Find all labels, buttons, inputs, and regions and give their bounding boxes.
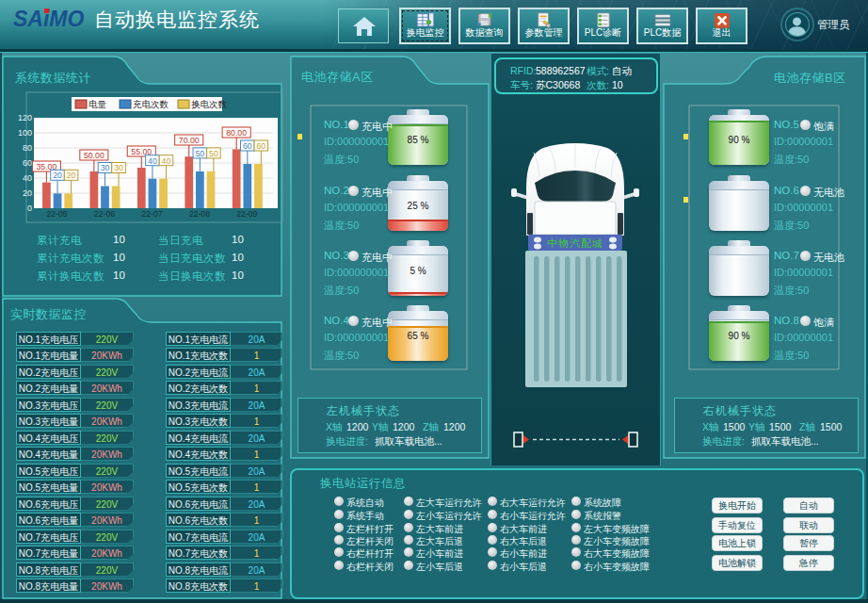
svg-text:22-09: 22-09 [236, 209, 257, 219]
svg-text:50: 50 [196, 149, 205, 158]
svg-text:80.00: 80.00 [226, 128, 247, 138]
svg-text:30: 30 [101, 163, 110, 172]
svg-text:80: 80 [23, 143, 32, 153]
svg-text:22-06: 22-06 [94, 209, 115, 219]
svg-text:22-07: 22-07 [141, 209, 162, 219]
svg-text:换电次数: 换电次数 [191, 99, 228, 109]
svg-text:电量: 电量 [88, 99, 107, 109]
svg-text:中物汽配城: 中物汽配城 [547, 237, 603, 249]
svg-text:20: 20 [53, 171, 62, 180]
svg-text:50.00: 50.00 [84, 151, 104, 160]
svg-text:40: 40 [23, 173, 32, 183]
svg-text:100: 100 [18, 128, 32, 138]
svg-text:60: 60 [23, 158, 32, 168]
svg-text:40: 40 [148, 156, 157, 166]
svg-text:60: 60 [243, 141, 252, 151]
svg-text:120: 120 [18, 113, 32, 122]
svg-text:22-08: 22-08 [189, 209, 210, 219]
svg-text:充电次数: 充电次数 [133, 99, 169, 109]
svg-text:30: 30 [114, 163, 123, 172]
svg-text:22-05: 22-05 [46, 209, 67, 219]
svg-text:60: 60 [257, 141, 266, 151]
svg-text:70.00: 70.00 [179, 136, 200, 145]
svg-text:20: 20 [23, 188, 32, 198]
svg-text:0: 0 [27, 204, 32, 213]
svg-text:20: 20 [67, 171, 76, 180]
svg-text:40: 40 [162, 156, 171, 166]
svg-text:50: 50 [209, 149, 218, 158]
